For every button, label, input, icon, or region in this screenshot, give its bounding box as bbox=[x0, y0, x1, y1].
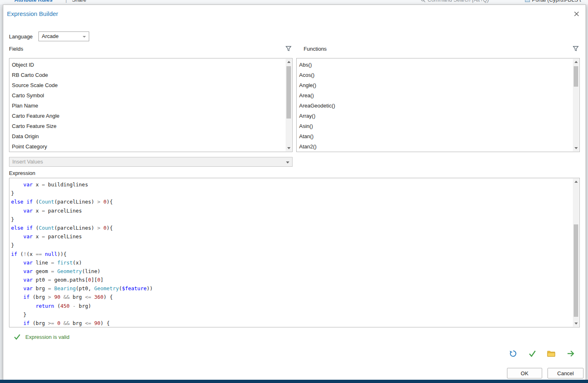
language-value: Arcade bbox=[42, 33, 59, 39]
folder-icon bbox=[547, 350, 555, 357]
triangle-up-icon bbox=[574, 181, 578, 183]
scroll-down-button[interactable] bbox=[286, 145, 292, 151]
function-item[interactable]: Angle() bbox=[297, 80, 572, 90]
fields-filter-icon[interactable] bbox=[285, 45, 292, 52]
export-button[interactable] bbox=[566, 349, 576, 358]
field-item[interactable]: Carto Feature Angle bbox=[9, 111, 285, 121]
insert-values-dropdown[interactable]: Insert Values bbox=[9, 157, 293, 167]
code-line: } bbox=[11, 189, 571, 197]
validation-message: Expression is valid bbox=[25, 334, 70, 340]
function-item[interactable]: Atan() bbox=[297, 131, 572, 141]
code-line: if (brg >= 0 && brg <= 90) { bbox=[11, 319, 571, 327]
open-file-button[interactable] bbox=[546, 349, 556, 358]
reset-button[interactable] bbox=[508, 349, 518, 358]
expression-label: Expression bbox=[9, 170, 35, 176]
expression-editor[interactable]: var x = buildinglines}else if (Count(par… bbox=[9, 178, 580, 327]
function-item[interactable]: Asin() bbox=[297, 121, 572, 131]
code-line: } bbox=[11, 241, 571, 249]
editor-scrollbar[interactable] bbox=[573, 179, 579, 327]
tab-attribute-rules[interactable]: Attribute Rules bbox=[14, 0, 52, 3]
function-item[interactable]: Array() bbox=[297, 111, 572, 121]
functions-label: Functions bbox=[304, 46, 327, 52]
scroll-thumb[interactable] bbox=[574, 66, 578, 87]
code-line: var pt0 = geom.paths[0][0] bbox=[11, 275, 571, 284]
code-line: else if (Count(parcelLines) > 0){ bbox=[11, 224, 571, 232]
field-item[interactable]: Carto Symbol bbox=[9, 90, 285, 101]
code-line: if (brg > 90 && brg <= 360) { bbox=[11, 293, 571, 301]
triangle-down-icon bbox=[574, 323, 578, 325]
command-search-placeholder: Command Search (Alt+Q) bbox=[428, 0, 489, 3]
scroll-thumb[interactable] bbox=[574, 224, 578, 317]
ok-button[interactable]: OK bbox=[507, 368, 542, 379]
valid-check-icon bbox=[14, 334, 20, 340]
scroll-up-button[interactable] bbox=[286, 59, 292, 65]
portal-icon bbox=[525, 0, 530, 2]
portal-label: Portal (Cyprus-DLS t bbox=[532, 0, 581, 3]
code-line: var x = parcelLines bbox=[11, 206, 571, 215]
command-search[interactable]: Command Search (Alt+Q) bbox=[421, 0, 489, 3]
expression-builder-dialog: Expression Builder Language Arcade Field… bbox=[3, 4, 586, 381]
function-item[interactable]: Acos() bbox=[297, 70, 572, 80]
function-item[interactable]: AreaGeodetic() bbox=[297, 101, 572, 111]
check-icon bbox=[529, 350, 536, 357]
close-icon[interactable] bbox=[573, 10, 580, 18]
field-item[interactable]: RB Carto Code bbox=[9, 70, 285, 80]
code-line: return (450 - brg) bbox=[11, 302, 571, 310]
scroll-down-button[interactable] bbox=[573, 145, 579, 151]
code-line: } bbox=[11, 215, 571, 224]
validate-button[interactable] bbox=[527, 349, 537, 358]
code-line: if (!(x == null)){ bbox=[11, 250, 571, 258]
function-item[interactable]: Atan2() bbox=[297, 141, 572, 152]
fields-list: Object IDRB Carto CodeSource Scale CodeC… bbox=[9, 58, 293, 152]
code-line: var geom = Geometry(line) bbox=[11, 267, 571, 275]
field-item[interactable]: Source Scale Code bbox=[9, 80, 285, 90]
code-line: else if (Count(parcelLines) > 0){ bbox=[11, 197, 571, 206]
code-line: var x = buildinglines bbox=[11, 180, 571, 189]
fields-label: Fields bbox=[9, 46, 23, 52]
search-icon bbox=[421, 0, 426, 2]
scroll-down-button[interactable] bbox=[573, 320, 579, 327]
code-area[interactable]: var x = buildinglines}else if (Count(par… bbox=[9, 178, 572, 327]
fields-scrollbar[interactable] bbox=[286, 59, 292, 151]
chevron-down-icon bbox=[286, 161, 289, 164]
field-item[interactable]: Carto Feature Size bbox=[9, 121, 285, 131]
ribbon-bar: Attribute Rules | Share Command Search (… bbox=[0, 0, 588, 4]
triangle-up-icon bbox=[287, 61, 291, 63]
cancel-button[interactable]: Cancel bbox=[547, 368, 583, 379]
triangle-up-icon bbox=[574, 61, 578, 63]
chevron-down-icon bbox=[83, 36, 86, 38]
arrow-right-icon bbox=[567, 350, 575, 357]
functions-filter-icon[interactable] bbox=[572, 45, 579, 52]
portal-status[interactable]: Portal (Cyprus-DLS t bbox=[525, 0, 581, 3]
code-line: var x = parcelLines bbox=[11, 232, 571, 241]
tab-separator: | bbox=[65, 0, 67, 3]
status-bar bbox=[0, 380, 588, 383]
field-item[interactable]: Point Category bbox=[9, 141, 285, 152]
scroll-up-button[interactable] bbox=[573, 179, 579, 185]
scroll-up-button[interactable] bbox=[573, 59, 579, 65]
insert-values-placeholder: Insert Values bbox=[12, 159, 43, 165]
language-label: Language bbox=[9, 34, 33, 40]
field-item[interactable]: Plan Name bbox=[9, 101, 285, 111]
triangle-down-icon bbox=[574, 147, 578, 149]
code-line: var brg = Bearing(pt0, Geometry($feature… bbox=[11, 284, 571, 293]
functions-list: Abs()Acos()Angle()Area()AreaGeodetic()Ar… bbox=[296, 58, 580, 152]
field-item[interactable]: Object ID bbox=[9, 60, 285, 70]
function-item[interactable]: Abs() bbox=[297, 60, 572, 70]
language-dropdown[interactable]: Arcade bbox=[38, 31, 89, 41]
tab-share[interactable]: Share bbox=[72, 0, 86, 3]
functions-scrollbar[interactable] bbox=[573, 59, 579, 151]
validation-status: Expression is valid bbox=[14, 333, 70, 340]
undo-icon bbox=[509, 349, 517, 358]
function-item[interactable]: Area() bbox=[297, 90, 572, 101]
code-line: var line = first(x) bbox=[11, 258, 571, 267]
app-window: Attribute Rules | Share Command Search (… bbox=[0, 0, 588, 383]
scroll-thumb[interactable] bbox=[286, 66, 291, 119]
dialog-title: Expression Builder bbox=[7, 10, 58, 17]
field-item[interactable]: Data Origin bbox=[9, 131, 285, 141]
triangle-down-icon bbox=[287, 147, 291, 149]
code-line: } bbox=[11, 310, 571, 319]
